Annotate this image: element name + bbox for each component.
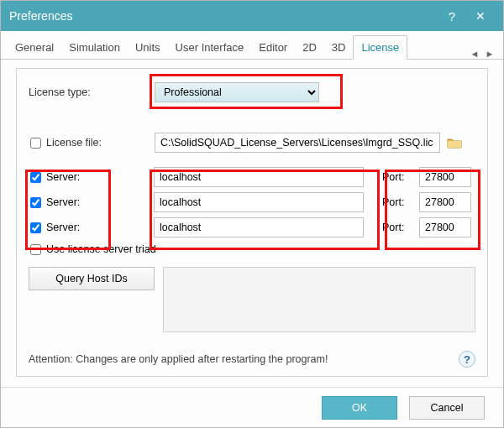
server-3-label: Server:: [46, 222, 100, 233]
license-file-input[interactable]: [155, 133, 440, 153]
tab-scroll-right-icon[interactable]: ►: [483, 49, 496, 59]
tab-units[interactable]: Units: [128, 36, 168, 59]
server-block: Server: Port: Server: Port: Server: P: [29, 164, 475, 240]
license-file-checkbox[interactable]: [30, 138, 41, 149]
license-type-label: License type:: [29, 86, 155, 98]
tab-simulation[interactable]: Simulation: [61, 36, 128, 59]
server-3-host-input[interactable]: [154, 217, 364, 237]
cancel-button[interactable]: Cancel: [409, 396, 485, 420]
server-2-port-label: Port:: [382, 196, 419, 208]
host-ids-output: [163, 267, 475, 332]
dialog-footer: OK Cancel: [1, 387, 503, 427]
tab-2d[interactable]: 2D: [295, 36, 324, 59]
triad-label: Use license server triad: [46, 243, 156, 255]
query-host-ids-button[interactable]: Query Host IDs: [29, 267, 155, 290]
tab-scroll-left-icon[interactable]: ◄: [468, 49, 481, 59]
server-2-checkbox[interactable]: [30, 197, 41, 208]
titlebar: Preferences ? ✕: [1, 1, 503, 31]
tab-editor[interactable]: Editor: [251, 36, 295, 59]
server-3-port-input[interactable]: [419, 217, 471, 237]
license-file-label: License file:: [46, 137, 102, 149]
tab-user-interface[interactable]: User Interface: [168, 36, 252, 59]
server-1-port-input[interactable]: [419, 167, 471, 187]
server-1-port-label: Port:: [382, 171, 419, 183]
browse-folder-icon[interactable]: [445, 134, 464, 151]
tab-general[interactable]: General: [8, 36, 61, 59]
triad-checkbox[interactable]: [30, 244, 41, 255]
license-groupbox: License type: Professional License file:: [16, 68, 488, 377]
server-1-checkbox[interactable]: [30, 172, 41, 183]
server-2-port-input[interactable]: [419, 192, 471, 212]
close-icon[interactable]: ✕: [466, 1, 495, 31]
window-title: Preferences: [9, 9, 72, 23]
license-type-combo[interactable]: Professional: [155, 82, 319, 102]
server-2-host-input[interactable]: [154, 192, 364, 212]
server-3-checkbox[interactable]: [30, 222, 41, 233]
tab-bar: General Simulation Units User Interface …: [1, 31, 503, 60]
attention-text: Attention: Changes are only applied afte…: [29, 353, 328, 365]
server-1-host-input[interactable]: [154, 167, 364, 187]
server-1-label: Server:: [46, 171, 100, 183]
panel-help-icon[interactable]: ?: [459, 351, 475, 368]
ok-button[interactable]: OK: [322, 396, 397, 420]
server-3-port-label: Port:: [382, 222, 419, 233]
help-icon[interactable]: ?: [438, 1, 466, 31]
server-2-label: Server:: [46, 196, 100, 208]
tab-license[interactable]: License: [353, 35, 407, 60]
license-panel: License type: Professional License file:: [1, 60, 503, 387]
preferences-window: Preferences ? ✕ General Simulation Units…: [0, 0, 504, 428]
tab-3d[interactable]: 3D: [324, 36, 354, 59]
